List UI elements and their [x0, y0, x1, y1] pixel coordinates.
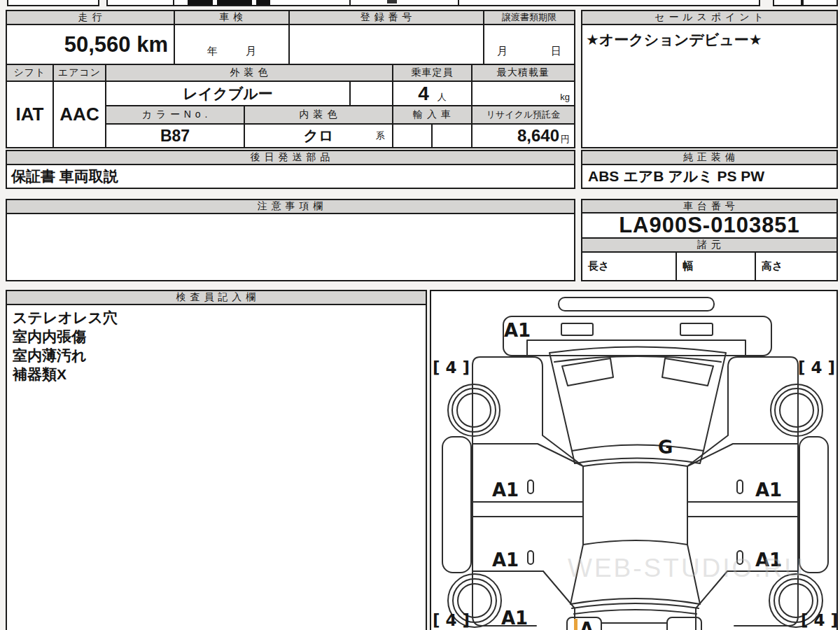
transfer-day-suffix: 日: [551, 45, 561, 58]
aircon-header: エアコン: [52, 64, 106, 82]
windshield-shape: [550, 347, 726, 451]
top-cut-cell-1: [7, 0, 99, 6]
roof-strip-shape: [559, 298, 714, 311]
inspection-month-suffix: 月: [246, 45, 256, 58]
inspection-value: 年 月: [174, 24, 290, 65]
wheel-front-left: [448, 384, 500, 436]
door-handle-rl: [528, 551, 533, 564]
rocker-left-shape: [442, 437, 471, 573]
exterior-color-extra-cell: [349, 80, 393, 106]
recycle-amount: 8,640: [517, 126, 559, 146]
capacity-value: 4 人: [392, 80, 472, 106]
inspection-year-suffix: 年: [207, 45, 218, 58]
tire-depth-front-right: [ 4 ]: [798, 358, 835, 377]
fender-front-left-shape: [472, 357, 583, 466]
inspector-line: 室内内張傷: [13, 327, 426, 346]
inspection-header: 車 検: [174, 10, 290, 25]
capacity-unit: 人: [438, 91, 447, 104]
door-handle-fr: [737, 480, 743, 493]
inspector-line: 室内薄汚れ: [13, 346, 426, 365]
inspector-line: 補器類X: [13, 365, 426, 384]
top-cut-cell-4: [773, 0, 802, 6]
spec-length-cell: 長さ: [581, 251, 677, 281]
registration-value: [288, 24, 484, 65]
transfer-deadline-header: 譲渡書類期限: [483, 10, 575, 25]
exterior-color-header: 外 装 色: [105, 64, 393, 82]
recycle-unit: 円: [561, 133, 570, 146]
damage-mark-quarter-rl: A1: [501, 608, 528, 629]
front-bumper-step-line: [527, 340, 746, 356]
wheel-front-right: [771, 384, 822, 436]
damage-mark-door-rl: A1: [492, 550, 519, 570]
headlight-right-shape: [680, 323, 713, 335]
chassis-header: 車 台 番 号: [581, 199, 838, 214]
wiper-right-shape: [662, 358, 713, 386]
top-cut-cell-2: [106, 0, 459, 6]
notes-header: 注 意 事 項 欄: [6, 199, 575, 214]
interior-color-suffix: 系: [376, 130, 385, 142]
spec-height-cell: 高さ: [755, 251, 838, 281]
mileage-header: 走 行: [6, 10, 175, 25]
import-header: 輸 入 車: [392, 105, 472, 125]
color-no-header: カ ラ ー N o .: [105, 105, 245, 125]
auction-sheet: 走 行 車 検 登 録 番 号 譲渡書類期限 50,560 km 年 月 月 日…: [0, 0, 840, 630]
top-cut-text-fragment: [256, 0, 270, 5]
damage-mark-rear: A: [580, 619, 594, 630]
inspector-line: ステレオレス穴: [13, 308, 426, 327]
aircon-value: AAC: [52, 80, 106, 148]
damage-diagram-panel: A1 A1 A1 A1 A1 A1 G A [ 4 ] [ 4 ] [ 4 ] …: [430, 290, 838, 630]
exterior-color-value: レイクブルー: [105, 80, 351, 106]
registration-header: 登 録 番 号: [288, 10, 484, 25]
damage-mark-door-fr: A1: [755, 479, 782, 500]
inspector-body: ステレオレス穴 室内内張傷 室内薄汚れ 補器類X: [6, 304, 427, 630]
recycle-deposit-header: リサイクル預託金: [471, 105, 575, 125]
max-load-value: kg: [471, 80, 575, 106]
watermark: WEB-STUDIO.RU: [568, 554, 805, 583]
rear-bumper-center-shape: [601, 623, 667, 630]
equipment-header: 純 正 装 備: [581, 150, 838, 165]
notes-body: [6, 213, 575, 281]
spec-width-cell: 幅: [676, 251, 756, 281]
later-parts-header: 後 日 発 送 部 品: [6, 150, 575, 165]
rocker-right-shape: [799, 437, 828, 573]
windshield-inner-arc: [554, 356, 721, 362]
headlight-left-shape: [561, 323, 593, 335]
equipment-value: ABS エアB アルミ PS PW: [581, 164, 838, 189]
later-parts-value: 保証書 車両取説: [6, 164, 575, 189]
sales-point-text: ★オークションデビュー★: [582, 25, 836, 55]
door-handle-fl: [528, 480, 533, 493]
sales-point-header: セ ー ル ス ポ イ ン ト: [581, 10, 838, 25]
capacity-header: 乗車定員: [392, 64, 472, 82]
top-cut-text-fragment: [188, 0, 213, 5]
shift-value: IAT: [6, 80, 54, 148]
top-cut-divider-2: [349, 0, 351, 5]
front-bumper-shape: [503, 316, 771, 356]
wiper-left-shape: [562, 358, 613, 386]
tire-depth-rear-right: [ 4 ]: [801, 611, 836, 629]
recycle-deposit-value: 8,640 円: [471, 123, 575, 148]
interior-color-name: クロ: [245, 125, 392, 147]
top-cut-text-fragment: [387, 0, 397, 4]
inspector-header: 検 査 員 記 入 欄: [6, 290, 427, 305]
interior-color-value: クロ 系: [244, 123, 393, 148]
import-value-cell-1: [392, 123, 433, 148]
tire-depth-front-left: [ 4 ]: [433, 358, 470, 377]
interior-color-header: 内 装 色: [244, 105, 393, 125]
cabin-shape: [583, 463, 687, 545]
damage-mark-glass: G: [658, 437, 673, 458]
transfer-deadline-value: 月 日: [483, 24, 575, 65]
mileage-value: 50,560 km: [6, 24, 175, 65]
color-no-value: B87: [105, 123, 245, 148]
cowl-band: [572, 451, 704, 463]
tire-depth-rear-left: [ 4 ]: [433, 611, 470, 629]
capacity-number: 4: [418, 83, 429, 105]
max-load-header: 最大積載量: [471, 64, 575, 82]
import-value-cell-2: [431, 123, 472, 148]
rear-highlight-mark: [574, 619, 578, 630]
sales-point-body: ★オークションデビュー★: [581, 24, 838, 148]
damage-mark-front: A1: [504, 320, 531, 341]
shift-header: シフト: [6, 64, 54, 82]
top-cut-cell-3: [458, 0, 760, 6]
top-cut-divider-1: [173, 0, 174, 5]
chassis-value: LA900S-0103851: [581, 212, 838, 239]
